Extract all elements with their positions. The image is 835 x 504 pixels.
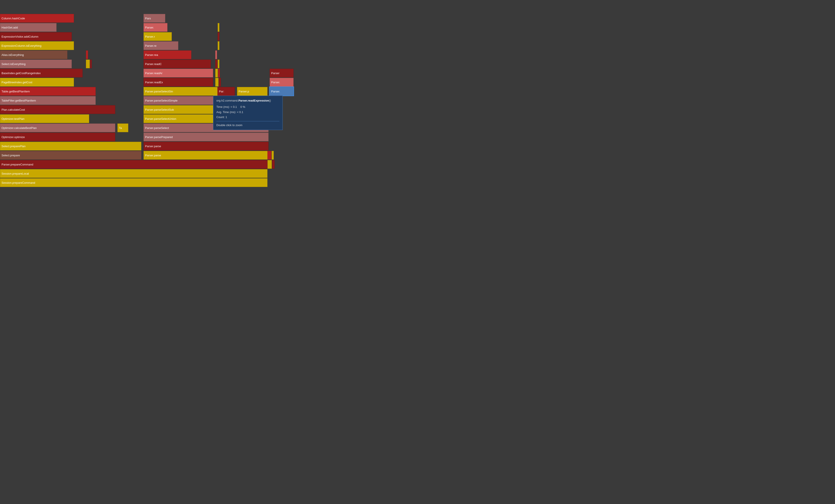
flame-bar-hashSet_add[interactable]: HashSet.add [0,23,57,32]
flame-bar-right_accent1[interactable] [215,78,219,86]
flame-bar-parser_right1[interactable]: Parser [270,69,293,77]
flame-bar-expressionVisitor_addColumn[interactable]: ExpressionVisitor.addColumn [0,32,72,41]
flame-bar-accent3[interactable] [86,51,88,59]
flame-bar-parser_readEx[interactable]: Parser.readEx [144,78,213,86]
tooltip-hint: Double click to zoom [216,123,280,128]
flame-bar-far_right3[interactable] [267,151,271,160]
flame-bar-parser_prepareCommand[interactable]: Parser.prepareCommand [0,160,267,169]
flame-bar-session_prepareCommand[interactable]: Session.prepareCommand [0,178,267,187]
flame-bar-optimizer_calculateBestPlan[interactable]: Optimizer.calculateBestPlan [0,123,115,132]
flame-bar-right_accent7[interactable] [215,51,217,59]
flame-bar-parser_highlighted[interactable]: Parser. [270,87,293,96]
flame-bar-parser_readC[interactable]: Parser.readC [144,60,211,68]
flame-bar-column_hashCode[interactable]: Column.hashCode [0,14,74,23]
flame-bar-accent1[interactable] [86,60,90,68]
tooltip-time-row: Time (ms): < 0.1 0 % [216,104,280,109]
flame-bar-right_accent3[interactable] [215,69,218,77]
flame-bar-ta_small[interactable]: Ta [117,123,128,132]
flame-bar-optimizer_testPlan[interactable]: Optimizer.testPlan [0,114,89,123]
flame-bar-alias_isEverything[interactable]: Alias.isEverything [0,51,67,59]
flame-bar-far_right1[interactable] [267,160,272,169]
flame-bar-par_small[interactable]: Par: [218,87,235,96]
flame-bar-parser_dot[interactable]: Parser. [144,23,167,32]
flame-bar-parser_parsePrepared[interactable]: Parser.parsePrepared [144,133,268,141]
tooltip-count-row: Count: 1 [216,115,280,120]
flame-bar-parser_right2[interactable]: Parser. [270,78,293,86]
flame-bar-session_prepareLocal[interactable]: Session.prepareLocal [0,169,267,178]
flame-bar-parser_rea[interactable]: Parser.rea [144,51,191,59]
flame-bar-accent2[interactable] [90,60,92,68]
flame-bar-parser_parse_upper[interactable]: Parser.parse [144,142,268,150]
tooltip-time-percent: 0 % [241,104,245,109]
flame-bar-right_accent5[interactable] [215,60,218,68]
flame-bar-plan_calculateCost[interactable]: Plan.calculateCost [0,105,115,114]
flame-bar-pars_label[interactable]: Pars [144,14,165,23]
flame-bar-parser_p_small[interactable]: Parser.p [237,87,267,96]
flame-bar-right_accent8[interactable] [218,41,219,50]
flame-bar-baseIndex_getCostRangeIndex[interactable]: BaseIndex.getCostRangeIndex [0,69,83,77]
flame-bar-right_accent10[interactable] [218,23,219,32]
flame-bar-parser_re[interactable]: Parser.re [144,41,178,50]
flame-bar-expressionColumn_isEverything[interactable]: ExpressionColumn.isEverything [0,41,74,50]
flame-bar-right_accent9[interactable] [218,32,219,41]
flame-bar-tableFilter_getBestPlanItem[interactable]: TableFilter.getBestPlanItem [0,96,96,105]
flame-bar-parser_readAr[interactable]: Parser.readAr [144,69,213,77]
flame-bar-right_accent6[interactable] [218,60,219,68]
flame-bar-far_right2[interactable] [272,160,274,169]
flame-bar-select_preparePlan[interactable]: Select.preparePlan [0,142,141,150]
flame-tooltip: org.h2.command.Parser.readExpression() T… [213,96,283,130]
flame-graph: Session.prepareCommandSession.prepareLoc… [0,0,304,189]
flame-bar-pageBtreeIndex_getCost[interactable]: PageBtreeIndex.getCost [0,78,74,86]
flame-bar-parser_r[interactable]: Parser.r [144,32,172,41]
tooltip-time-label: Time (ms): < 0.1 [216,104,237,109]
flame-bar-right_accent4[interactable] [218,69,220,77]
flame-bar-select_prepare[interactable]: Select.prepare [0,151,141,160]
tooltip-method: org.h2.command.Parser.readExpression() [216,98,280,103]
flame-bar-far_right4[interactable] [271,151,274,160]
flame-bar-select_isEverything[interactable]: Select.isEverything [0,60,72,68]
flame-bar-parser_parse_lower[interactable]: Parser.parse [144,151,268,160]
tooltip-avg-time-row: Avg. Time (ms): < 0.1 [216,109,280,115]
flame-bar-optimizer_optimize[interactable]: Optimizer.optimize [0,133,115,141]
flame-bar-right_accent2[interactable] [219,78,221,86]
flame-bar-table_getBestPlanItem[interactable]: Table.getBestPlanItem [0,87,96,96]
